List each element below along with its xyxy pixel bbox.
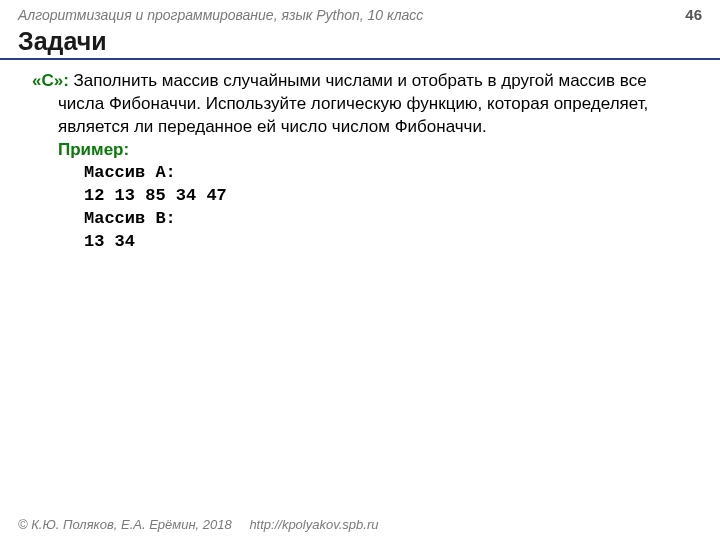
slide: Алгоритмизация и программирование, язык … — [0, 0, 720, 540]
course-title: Алгоритмизация и программирование, язык … — [18, 7, 423, 23]
page-number: 46 — [685, 6, 702, 23]
slide-header: Алгоритмизация и программирование, язык … — [0, 0, 720, 27]
slide-footer: © К.Ю. Поляков, Е.А. Ерёмин, 2018 http:/… — [0, 511, 720, 540]
task-label: «C»: — [32, 71, 74, 90]
slide-title: Задачи — [0, 27, 720, 60]
task-block: «C»: Заполнить массив случайными числами… — [32, 70, 688, 139]
slide-content: «C»: Заполнить массив случайными числами… — [0, 68, 720, 511]
example-label: Пример: — [32, 139, 688, 162]
code-block: Массив A: 12 13 85 34 47 Массив B: 13 34 — [32, 162, 688, 254]
footer-url: http://kpolyakov.spb.ru — [249, 517, 378, 532]
task-text: Заполнить массив случайными числами и от… — [58, 71, 648, 136]
copyright-text: © К.Ю. Поляков, Е.А. Ерёмин, 2018 — [18, 517, 232, 532]
